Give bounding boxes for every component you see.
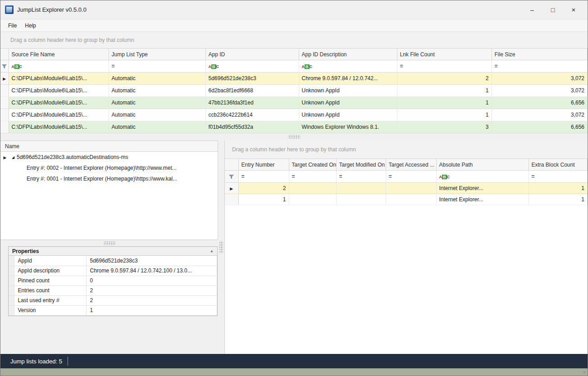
column-header-source-file-name[interactable]: Source File Name	[9, 49, 109, 60]
cell-app-id[interactable]: 47bb2136fda3f1ed	[205, 97, 299, 109]
cell-app-desc[interactable]: Chrome 9.0.597.84 / 12.0.742...	[299, 72, 397, 85]
filter-cell-lnk-file-count[interactable]: =	[397, 60, 492, 72]
property-row[interactable]: AppId description Chrome 9.0.597.84 / 12…	[9, 266, 217, 276]
expand-collapse-icon[interactable]: ◢	[9, 155, 17, 159]
cell-file-size[interactable]: 3,072	[492, 85, 588, 97]
table-row[interactable]: C:\DFP\Labs\Module6\Lab15\... Automatic …	[0, 109, 588, 121]
cell-source-file[interactable]: C:\DFP\Labs\Module6\Lab15\...	[9, 85, 109, 97]
cell-app-desc[interactable]: Unknown AppId	[299, 109, 397, 121]
column-header-target-accessed[interactable]: Target Accessed ...	[386, 159, 436, 171]
cell-target-created[interactable]	[289, 194, 336, 205]
tree-header-name[interactable]: Name	[0, 141, 218, 152]
table-row[interactable]: C:\DFP\Labs\Module6\Lab15\... Automatic …	[0, 85, 588, 97]
filter-cell-absolute-path[interactable]: ABC	[436, 171, 529, 183]
filter-cell-app-id-description[interactable]: ABC	[299, 60, 397, 72]
maximize-button[interactable]: □	[542, 3, 563, 17]
resize-grip-icon[interactable]	[581, 369, 586, 374]
property-value[interactable]: Chrome 9.0.597.84 / 12.0.742.100 / 13.0.…	[86, 266, 217, 276]
property-label[interactable]: Last used entry #	[14, 295, 86, 305]
cell-source-file[interactable]: C:\DFP\Labs\Module6\Lab15\...	[9, 109, 109, 121]
property-value[interactable]: 0	[86, 276, 217, 285]
column-header-file-size[interactable]: File Size	[492, 49, 588, 60]
column-header-extra-block-count[interactable]: Extra Block Count	[529, 159, 588, 171]
column-header-target-created[interactable]: Target Created On	[289, 159, 336, 171]
filter-cell-app-id[interactable]: ABC	[205, 60, 299, 72]
vertical-splitter[interactable]	[218, 140, 224, 354]
cell-entry-number[interactable]: 2	[238, 183, 289, 194]
tree-node-root[interactable]: ▶ ◢ 5d696d521de238c3.automaticDestinatio…	[0, 152, 218, 163]
table-row[interactable]: ▶ C:\DFP\Labs\Module6\Lab15\... Automati…	[0, 72, 588, 85]
cell-app-desc[interactable]: Unknown AppId	[299, 97, 397, 109]
cell-source-file[interactable]: C:\DFP\Labs\Module6\Lab15\...	[9, 121, 109, 133]
property-label[interactable]: Version	[14, 305, 86, 315]
cell-target-modified[interactable]	[336, 194, 386, 205]
cell-absolute-path[interactable]: Internet Explorer...	[436, 194, 529, 205]
cell-app-id[interactable]: f01b4d95cf55d32a	[205, 121, 299, 133]
property-label[interactable]: Entries count	[14, 285, 86, 295]
cell-file-size[interactable]: 6,656	[492, 97, 588, 109]
cell-jump-list-type[interactable]: Automatic	[109, 97, 205, 109]
cell-entry-number[interactable]: 1	[238, 194, 289, 205]
property-label[interactable]: Pinned count	[14, 276, 86, 285]
cell-source-file[interactable]: C:\DFP\Labs\Module6\Lab15\...	[9, 72, 109, 85]
detail-grid-group-panel[interactable]: Drag a column header here to group by th…	[225, 140, 588, 159]
property-value[interactable]: 2	[86, 285, 217, 295]
cell-file-size[interactable]: 6,656	[492, 121, 588, 133]
property-label[interactable]: AppId	[14, 256, 86, 266]
close-button[interactable]: ×	[563, 3, 584, 17]
cell-lnk-count[interactable]: 1	[397, 85, 492, 97]
filter-funnel-icon[interactable]	[0, 60, 9, 72]
cell-jump-list-type[interactable]: Automatic	[109, 85, 205, 97]
property-row[interactable]: Pinned count 0	[9, 276, 217, 285]
horizontal-splitter[interactable]	[0, 133, 588, 140]
filter-cell-target-accessed[interactable]: =	[386, 171, 436, 183]
filter-cell-file-size[interactable]: =	[492, 60, 588, 72]
cell-file-size[interactable]: 3,072	[492, 72, 588, 85]
column-header-absolute-path[interactable]: Absolute Path	[436, 159, 529, 171]
column-header-jump-list-type[interactable]: Jump List Type	[109, 49, 205, 60]
table-row[interactable]: C:\DFP\Labs\Module6\Lab15\... Automatic …	[0, 97, 588, 109]
cell-app-desc[interactable]: Windows Explorer Windows 8.1.	[299, 121, 397, 133]
cell-lnk-count[interactable]: 2	[397, 72, 492, 85]
cell-app-id[interactable]: 5d696d521de238c3	[205, 72, 299, 85]
cell-lnk-count[interactable]: 1	[397, 109, 492, 121]
column-header-entry-number[interactable]: Entry Number	[238, 159, 289, 171]
table-row[interactable]: 1 Internet Explorer... 1	[225, 194, 588, 205]
table-row[interactable]: C:\DFP\Labs\Module6\Lab15\... Automatic …	[0, 121, 588, 133]
cell-target-accessed[interactable]	[386, 194, 436, 205]
menu-help[interactable]: Help	[21, 21, 40, 31]
tree-properties-splitter[interactable]	[0, 240, 218, 246]
menu-file[interactable]: File	[4, 21, 21, 31]
cell-target-accessed[interactable]	[386, 183, 436, 194]
cell-jump-list-type[interactable]: Automatic	[109, 109, 205, 121]
cell-lnk-count[interactable]: 1	[397, 97, 492, 109]
column-header-target-modified[interactable]: Target Modified On	[336, 159, 386, 171]
cell-source-file[interactable]: C:\DFP\Labs\Module6\Lab15\...	[9, 97, 109, 109]
cell-app-id[interactable]: ccb236c4222b614	[205, 109, 299, 121]
top-grid-group-panel[interactable]: Drag a column header here to group by th…	[0, 32, 588, 48]
property-value[interactable]: 5d696d521de238c3	[86, 256, 217, 266]
column-header-app-id[interactable]: App ID	[205, 49, 299, 60]
property-row[interactable]: Last used entry # 2	[9, 295, 217, 305]
filter-cell-target-created[interactable]: =	[289, 171, 336, 183]
property-row[interactable]: AppId 5d696d521de238c3	[9, 256, 217, 266]
cell-jump-list-type[interactable]: Automatic	[109, 121, 205, 133]
cell-extra-block-count[interactable]: 1	[529, 183, 588, 194]
collapse-arrow-icon[interactable]: ▲	[210, 249, 214, 253]
property-label[interactable]: AppId description	[14, 266, 86, 276]
filter-cell-entry-number[interactable]: =	[238, 171, 289, 183]
cell-extra-block-count[interactable]: 1	[529, 194, 588, 205]
column-header-app-id-description[interactable]: App ID Description	[299, 49, 397, 60]
property-row[interactable]: Version 1	[9, 305, 217, 315]
cell-app-desc[interactable]: Unknown AppId	[299, 85, 397, 97]
cell-lnk-count[interactable]: 3	[397, 121, 492, 133]
filter-cell-source-file-name[interactable]: ABC	[9, 60, 109, 72]
cell-target-created[interactable]	[289, 183, 336, 194]
cell-absolute-path[interactable]: Internet Explorer...	[436, 183, 529, 194]
minimize-button[interactable]: –	[522, 3, 542, 17]
cell-file-size[interactable]: 3,072	[492, 109, 588, 121]
table-row[interactable]: ▶ 2 Internet Explorer... 1	[225, 183, 588, 194]
cell-app-id[interactable]: 6d2bac8f1edf6668	[205, 85, 299, 97]
filter-funnel-icon[interactable]	[225, 171, 238, 183]
properties-header[interactable]: Properties ▲	[9, 247, 217, 256]
